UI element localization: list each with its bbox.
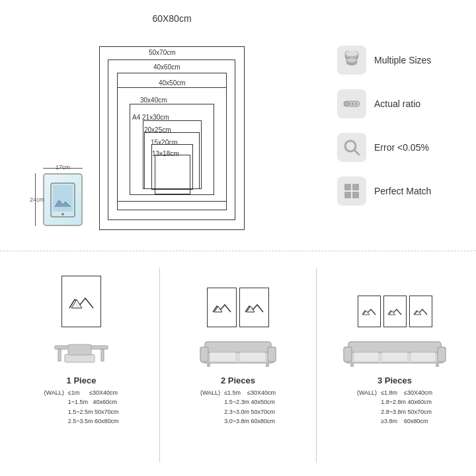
art-frame-2b xyxy=(239,288,269,327)
label-30x40: 30x40cm xyxy=(140,97,167,104)
wall-table-1: (WALL) ≤1m ≤30X40cm 1~1.5m 40x60cm 1.5~2… xyxy=(44,388,119,426)
frame-13x18 xyxy=(155,155,190,194)
svg-rect-26 xyxy=(101,349,104,361)
svg-rect-38 xyxy=(239,352,266,362)
ipad-illustration: 17cm 24cm xyxy=(43,173,83,226)
svg-rect-35 xyxy=(207,362,210,367)
svg-point-10 xyxy=(346,58,357,63)
feature-multiple-sizes-label: Multiple Sizes xyxy=(374,55,431,65)
svg-rect-49 xyxy=(381,352,408,362)
svg-rect-36 xyxy=(266,362,269,367)
art-frame-2a xyxy=(207,288,237,327)
piece-group-1: 1 Piece (WALL) ≤1m ≤30X40cm 1~1.5m 40x60… xyxy=(7,261,156,469)
size-diagram: 60X80cm 50x70cm 40x60cm 40x50cm 30x40cm … xyxy=(13,7,331,244)
piece-group-2: 2 Pieces (WALL) ≤1.5m ≤30X40cm 1.5~2.3m … xyxy=(163,261,313,469)
feature-error: Error <0.05% xyxy=(337,133,463,162)
svg-rect-50 xyxy=(411,352,436,362)
svg-rect-46 xyxy=(350,362,354,367)
svg-rect-15 xyxy=(355,102,357,105)
svg-rect-34 xyxy=(268,347,276,362)
svg-rect-27 xyxy=(65,354,95,362)
svg-point-2 xyxy=(61,213,64,216)
svg-point-7 xyxy=(345,51,358,57)
feature-error-label: Error <0.05% xyxy=(374,142,429,153)
piece-title-3: 3 Pieces xyxy=(377,376,412,385)
top-size-label: 60X80cm xyxy=(152,13,191,24)
feature-multiple-sizes: Multiple Sizes xyxy=(337,46,463,75)
svg-rect-1 xyxy=(53,185,73,212)
ipad-icon xyxy=(43,173,83,226)
piece-title-2: 2 Pieces xyxy=(221,376,255,385)
svg-rect-21 xyxy=(344,192,351,198)
label-20x25: 20x25cm xyxy=(144,126,171,134)
art-display-2 xyxy=(207,261,269,327)
art-display-1 xyxy=(61,261,101,327)
divider-2 xyxy=(316,268,317,463)
coins-icon xyxy=(337,46,366,75)
magnifier-icon xyxy=(337,133,366,162)
feature-actual-ratio-label: Actual ratio xyxy=(374,99,420,109)
wall-label-2: (WALL) xyxy=(200,388,220,397)
art-display-3 xyxy=(358,261,432,327)
wall-table-2: (WALL) ≤1.5m ≤30X40cm 1.5~2.3m 40x50cm 2… xyxy=(200,388,276,426)
grid-icon xyxy=(337,177,366,206)
svg-rect-43 xyxy=(348,342,441,352)
label-40x50: 40x50cm xyxy=(159,79,186,87)
svg-rect-47 xyxy=(436,362,439,367)
svg-rect-45 xyxy=(438,347,446,362)
wall-table-3: (WALL) ≤1.8m ≤30X40cm 1.8~2.8m 40x60cm 2… xyxy=(357,388,432,426)
wall-label-3: (WALL) xyxy=(357,388,377,397)
feature-perfect-match-label: Perfect Match xyxy=(374,186,431,196)
tape-icon xyxy=(337,89,366,118)
label-40x60: 40x60cm xyxy=(153,63,180,71)
art-frame-1 xyxy=(61,276,101,327)
label-13x18: 13x18cm xyxy=(152,150,179,157)
svg-rect-19 xyxy=(344,184,351,190)
furniture-2 xyxy=(195,333,281,369)
svg-rect-44 xyxy=(344,347,352,362)
piece-group-3: 3 Pieces (WALL) ≤1.8m ≤30X40cm 1.8~2.8m … xyxy=(320,261,469,469)
label-15x20: 15x20cm xyxy=(151,139,178,146)
label-50x70: 50x70cm xyxy=(149,49,176,56)
svg-rect-33 xyxy=(200,347,208,362)
art-frame-3b xyxy=(383,296,407,327)
svg-rect-28 xyxy=(68,344,91,355)
wall-label-1: (WALL) xyxy=(44,388,64,397)
svg-rect-32 xyxy=(205,342,271,352)
label-a4: A4 21x30cm xyxy=(132,114,169,121)
svg-line-18 xyxy=(354,150,359,155)
feature-actual-ratio: Actual ratio xyxy=(337,89,463,118)
svg-rect-25 xyxy=(58,349,61,361)
bottom-section: 1 Piece (WALL) ≤1m ≤30X40cm 1~1.5m 40x60… xyxy=(0,251,476,476)
art-frame-3a xyxy=(358,296,381,327)
svg-rect-48 xyxy=(354,352,379,362)
ipad-height-label: 24cm xyxy=(30,173,44,226)
furniture-1 xyxy=(45,333,118,369)
piece-title-1: 1 Piece xyxy=(67,376,97,385)
ipad-width-label: 17cm xyxy=(43,164,83,171)
art-frame-3c xyxy=(409,296,432,327)
divider-1 xyxy=(159,268,160,463)
svg-rect-37 xyxy=(210,352,236,362)
svg-point-16 xyxy=(344,102,348,106)
svg-rect-14 xyxy=(352,102,354,105)
features-panel: Multiple Sizes Actual ratio xyxy=(331,7,463,244)
svg-rect-22 xyxy=(352,192,359,198)
furniture-3 xyxy=(342,333,448,369)
feature-perfect-match: Perfect Match xyxy=(337,177,463,206)
svg-rect-20 xyxy=(352,184,359,190)
